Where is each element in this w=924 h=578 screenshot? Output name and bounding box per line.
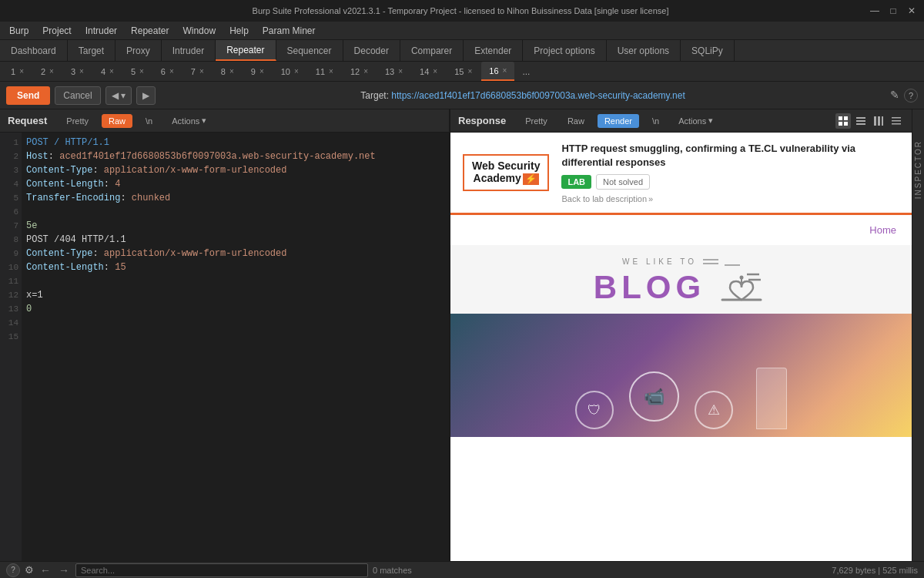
top-tab-dashboard[interactable]: Dashboard [0, 40, 68, 61]
response-raw-btn[interactable]: Raw [561, 114, 591, 128]
top-tab-proxy[interactable]: Proxy [116, 40, 162, 61]
svg-rect-8 [878, 116, 880, 126]
req-tab-3[interactable]: 3 × [63, 62, 92, 81]
req-tab-16[interactable]: 16 × [481, 62, 514, 81]
grid-icon[interactable] [835, 113, 851, 129]
not-solved-badge: Not solved [596, 174, 650, 190]
menu-item-project[interactable]: Project [36, 24, 77, 38]
menu-item-burp[interactable]: Burp [3, 24, 35, 38]
tab-close-icon[interactable]: × [329, 67, 333, 76]
prev-button[interactable]: ◀ ▾ [105, 86, 132, 105]
req-tab-2[interactable]: 2 × [33, 62, 62, 81]
response-hex-btn[interactable]: \n [645, 114, 666, 128]
tab-close-icon[interactable]: × [49, 67, 54, 76]
top-tab-project-options[interactable]: Project options [523, 40, 606, 61]
top-tab-target[interactable]: Target [68, 40, 116, 61]
close-button[interactable]: ✕ [906, 5, 918, 17]
top-tab-comparer[interactable]: Comparer [400, 40, 464, 61]
request-pretty-btn[interactable]: Pretty [59, 114, 95, 128]
cancel-button[interactable]: Cancel [55, 86, 100, 105]
menu-item-param miner[interactable]: Param Miner [256, 24, 322, 38]
svg-rect-6 [856, 123, 865, 125]
lab-badge: LAB [561, 175, 591, 189]
code-line [26, 205, 444, 219]
send-button[interactable]: Send [6, 86, 50, 105]
top-tab-user-options[interactable]: User options [607, 40, 681, 61]
top-tab-sqlipy[interactable]: SQLiPy [681, 40, 735, 61]
tab-close-icon[interactable]: × [433, 67, 437, 76]
tab-close-icon[interactable]: × [169, 67, 174, 76]
tab-close-icon[interactable]: × [467, 67, 472, 76]
req-tab-10[interactable]: 10 × [273, 62, 306, 81]
nav-forward-button[interactable]: → [57, 564, 71, 576]
menu-item-repeater[interactable]: Repeater [125, 24, 175, 38]
nav-back-button[interactable]: ← [38, 564, 52, 576]
code-line: 5e [26, 219, 444, 233]
top-tab-intruder[interactable]: Intruder [162, 40, 216, 61]
top-tab-sequencer[interactable]: Sequencer [276, 40, 343, 61]
blog-subtitle-lines [703, 259, 718, 264]
settings-gear-icon[interactable]: ⚙ [25, 564, 34, 576]
menu-item-window[interactable]: Window [176, 24, 222, 38]
tab-close-icon[interactable]: × [363, 67, 368, 76]
req-tab-6[interactable]: 6 × [153, 62, 182, 81]
response-pretty-btn[interactable]: Pretty [518, 114, 554, 128]
menu-item-intruder[interactable]: Intruder [79, 24, 123, 38]
req-tab-11[interactable]: 11 × [308, 62, 341, 81]
req-tab-15[interactable]: 15 × [447, 62, 480, 81]
columns-icon[interactable] [871, 113, 886, 129]
req-tab-9[interactable]: 9 × [243, 62, 272, 81]
request-hex-btn[interactable]: \n [139, 114, 159, 128]
tab-close-icon[interactable]: × [79, 67, 84, 76]
request-actions-label: Actions [172, 116, 199, 126]
request-tabs: 1 ×2 ×3 ×4 ×5 ×6 ×7 ×8 ×9 ×10 ×11 ×12 ×1… [0, 62, 924, 82]
next-button[interactable]: ▶ [136, 86, 156, 105]
tab-close-icon[interactable]: × [398, 67, 403, 76]
req-tab-5[interactable]: 5 × [123, 62, 152, 81]
tab-close-icon[interactable]: × [259, 67, 264, 76]
warning-circle-icon: ⚠ [695, 391, 733, 429]
request-actions-btn[interactable]: Actions ▾ [166, 114, 213, 127]
tab-close-icon[interactable]: × [109, 67, 114, 76]
tab-close-icon[interactable]: × [229, 67, 234, 76]
tab-close-icon[interactable]: × [199, 67, 204, 76]
top-tab-extender[interactable]: Extender [464, 40, 523, 61]
req-tab-7[interactable]: 7 × [183, 62, 212, 81]
request-actions-arrow: ▾ [202, 116, 206, 126]
tab-close-icon[interactable]: × [139, 67, 144, 76]
tabs-more[interactable]: ... [516, 66, 536, 77]
list-icon[interactable] [853, 113, 869, 129]
req-tab-1[interactable]: 1 × [3, 62, 32, 81]
line-number: 10 [0, 260, 18, 274]
tab-close-icon[interactable]: × [503, 66, 507, 75]
req-tab-14[interactable]: 14 × [412, 62, 445, 81]
top-tab-decoder[interactable]: Decoder [343, 40, 400, 61]
code-content[interactable]: POST / HTTP/1.1Host: aced1f401ef17d66808… [22, 133, 449, 561]
req-tab-8[interactable]: 8 × [213, 62, 242, 81]
minimize-button[interactable]: — [869, 5, 881, 17]
help-circle-button[interactable]: ? [6, 563, 20, 577]
request-code-area[interactable]: 123456789101112131415 POST / HTTP/1.1Hos… [0, 133, 449, 561]
maximize-button[interactable]: □ [887, 5, 899, 17]
response-header: Response Pretty Raw Render \n Actions ▾ [450, 109, 912, 133]
shield-circle-icon: 🛡 [575, 391, 614, 429]
req-tab-12[interactable]: 12 × [343, 62, 376, 81]
help-icon[interactable]: ? [904, 89, 918, 102]
hamburger-icon[interactable] [889, 113, 904, 129]
edit-icon[interactable]: ✎ [890, 89, 899, 102]
req-tab-13[interactable]: 13 × [377, 62, 410, 81]
home-link[interactable]: Home [869, 224, 896, 236]
req-tab-4[interactable]: 4 × [93, 62, 122, 81]
menu-item-help[interactable]: Help [223, 24, 255, 38]
tab-close-icon[interactable]: × [19, 67, 24, 76]
search-input[interactable] [75, 563, 368, 577]
request-raw-btn[interactable]: Raw [102, 114, 132, 128]
menubar: BurpProjectIntruderRepeaterWindowHelpPar… [0, 22, 924, 40]
response-render-btn[interactable]: Render [598, 114, 639, 128]
svg-rect-7 [874, 116, 876, 126]
top-tab-repeater[interactable]: Repeater [216, 40, 276, 61]
response-actions-btn[interactable]: Actions ▾ [672, 114, 719, 127]
tab-close-icon[interactable]: × [294, 67, 299, 76]
back-link[interactable]: Back to lab description » [561, 194, 899, 203]
response-panel: Response Pretty Raw Render \n Actions ▾ [450, 109, 912, 561]
